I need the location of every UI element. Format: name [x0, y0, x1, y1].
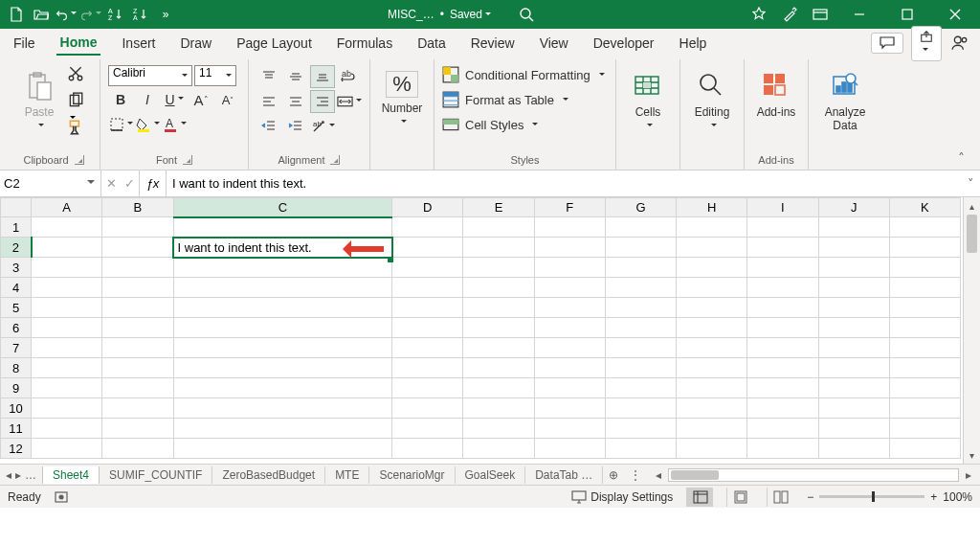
col-header[interactable]: D: [392, 198, 463, 217]
search-icon[interactable]: [516, 4, 537, 25]
cell-C2[interactable]: I want to indent this text.: [173, 238, 392, 258]
tab-view[interactable]: View: [536, 32, 572, 55]
align-left-icon[interactable]: [256, 90, 281, 113]
select-all-corner[interactable]: [1, 198, 32, 217]
font-dialog-launcher[interactable]: [183, 155, 192, 165]
align-center-icon[interactable]: [283, 90, 308, 113]
zoom-out-icon[interactable]: −: [807, 490, 813, 504]
align-right-icon[interactable]: [310, 90, 335, 113]
bold-button[interactable]: B: [108, 88, 133, 111]
hscroll-right-icon[interactable]: ▸: [961, 468, 976, 482]
col-header[interactable]: F: [534, 198, 605, 217]
col-header[interactable]: H: [677, 198, 747, 217]
sheet-tab[interactable]: DataTab …: [525, 466, 603, 484]
cells-table[interactable]: A B C D E F G H I J K 1 2I want to inden…: [0, 197, 961, 459]
hscroll-thumb[interactable]: [671, 470, 719, 480]
cells-button[interactable]: Cells: [624, 65, 672, 149]
premium-icon[interactable]: [748, 4, 769, 25]
align-middle-icon[interactable]: [283, 65, 308, 88]
editing-button[interactable]: Editing: [688, 65, 736, 149]
col-header[interactable]: J: [818, 198, 889, 217]
collapse-ribbon-icon[interactable]: ˄: [950, 59, 972, 170]
expand-formula-bar-icon[interactable]: ˅: [961, 170, 980, 196]
tab-home[interactable]: Home: [56, 31, 101, 56]
cut-icon[interactable]: [67, 65, 92, 90]
shrink-font-button[interactable]: A˅: [215, 88, 240, 111]
align-top-icon[interactable]: [256, 65, 281, 88]
decrease-indent-icon[interactable]: [256, 115, 281, 138]
row-header[interactable]: 6: [1, 318, 32, 338]
open-file-icon[interactable]: [31, 4, 52, 25]
display-settings-button[interactable]: Display Settings: [571, 490, 673, 504]
scroll-up-icon[interactable]: ▴: [964, 197, 980, 215]
font-name-combo[interactable]: Calibri: [108, 65, 192, 86]
macro-record-icon[interactable]: [55, 490, 70, 504]
row-header[interactable]: 1: [1, 217, 32, 238]
sort-desc-icon[interactable]: ZA: [130, 4, 151, 25]
orientation-icon[interactable]: ab: [310, 115, 335, 138]
share-button[interactable]: [911, 26, 942, 61]
analyze-data-button[interactable]: Analyze Data: [816, 65, 874, 149]
undo-icon[interactable]: [56, 4, 77, 25]
tab-review[interactable]: Review: [467, 32, 519, 55]
merge-center-icon[interactable]: [337, 90, 362, 113]
col-header[interactable]: K: [889, 198, 960, 217]
scroll-down-icon[interactable]: ▾: [964, 446, 980, 464]
sheet-nav-prev-icon[interactable]: ◂: [6, 468, 11, 482]
qat-more-icon[interactable]: »: [155, 4, 176, 25]
row-header[interactable]: 5: [1, 298, 32, 318]
tab-data[interactable]: Data: [413, 32, 450, 55]
wrap-text-icon[interactable]: ab: [337, 65, 362, 88]
paste-button[interactable]: Paste: [15, 65, 63, 149]
tab-page-layout[interactable]: Page Layout: [233, 32, 316, 55]
col-header[interactable]: B: [102, 198, 173, 217]
account-icon[interactable]: [949, 33, 970, 54]
tab-insert[interactable]: Insert: [118, 32, 159, 55]
comments-button[interactable]: [871, 33, 903, 54]
col-header[interactable]: E: [463, 198, 534, 217]
font-size-combo[interactable]: 11: [194, 65, 236, 86]
minimize-button[interactable]: [840, 0, 879, 29]
row-header[interactable]: 9: [1, 378, 32, 398]
tab-draw[interactable]: Draw: [176, 32, 215, 55]
fx-icon[interactable]: ƒx: [140, 170, 167, 196]
number-format-button[interactable]: % Number: [378, 65, 426, 149]
save-status[interactable]: Saved: [450, 8, 491, 21]
view-normal-icon[interactable]: [686, 488, 713, 507]
grow-font-button[interactable]: A˄: [189, 88, 213, 111]
row-header[interactable]: 7: [1, 338, 32, 358]
row-header[interactable]: 8: [1, 358, 32, 378]
italic-button[interactable]: I: [135, 88, 160, 111]
number-dropdown-icon[interactable]: [398, 115, 407, 128]
view-page-break-icon[interactable]: [767, 488, 793, 507]
row-header[interactable]: 2: [1, 238, 32, 258]
paste-dropdown-icon[interactable]: [35, 119, 44, 132]
row-header[interactable]: 10: [1, 398, 32, 419]
underline-button[interactable]: U: [162, 88, 187, 111]
clipboard-dialog-launcher[interactable]: [75, 155, 84, 165]
sheet-nav-more[interactable]: …: [25, 468, 36, 482]
sheet-tab[interactable]: SUMIF_COUNTIF: [100, 466, 212, 484]
borders-button[interactable]: [108, 113, 133, 136]
copy-icon[interactable]: [67, 92, 92, 117]
cancel-formula-icon[interactable]: ✕: [106, 176, 117, 191]
row-header[interactable]: 12: [1, 439, 32, 459]
view-page-layout-icon[interactable]: [726, 488, 753, 507]
new-file-icon[interactable]: [6, 4, 27, 25]
conditional-formatting-button[interactable]: Conditional Formatting: [442, 65, 605, 84]
formula-input[interactable]: I want to indent this text.: [167, 170, 961, 196]
format-as-table-button[interactable]: Format as Table: [442, 90, 605, 109]
cell-styles-button[interactable]: Cell Styles: [442, 115, 605, 134]
col-header[interactable]: G: [605, 198, 676, 217]
tab-developer[interactable]: Developer: [590, 32, 658, 55]
name-box[interactable]: C2: [0, 170, 101, 196]
maximize-button[interactable]: [888, 0, 926, 29]
redo-icon[interactable]: [80, 4, 101, 25]
zoom-slider[interactable]: [819, 495, 924, 498]
sheet-tab[interactable]: ScenarioMgr: [369, 466, 455, 484]
sheet-tab[interactable]: ZeroBasedBudget: [212, 466, 325, 484]
new-sheet-icon[interactable]: ⊕: [603, 468, 624, 482]
enter-formula-icon[interactable]: ✓: [124, 176, 135, 191]
font-color-button[interactable]: A: [162, 113, 187, 136]
tab-formulas[interactable]: Formulas: [333, 32, 396, 55]
